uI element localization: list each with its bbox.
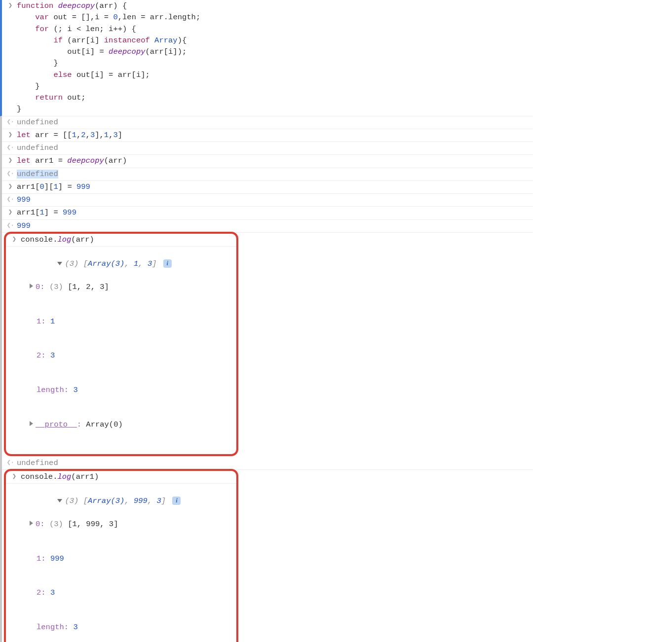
output-marker-icon — [6, 117, 15, 128]
array-proto-prop[interactable]: __proto__: Array(0) — [21, 419, 233, 430]
output-value: undefined — [17, 143, 530, 154]
console-input-row[interactable]: let arr = [[1,2,3],1,3] — [2, 129, 533, 142]
array-index-2: 2: 3 — [21, 350, 233, 361]
console-output-row: undefined — [2, 116, 533, 129]
console-output-row: undefined — [2, 142, 533, 155]
output-marker-icon — [6, 143, 15, 153]
input-marker-icon — [6, 130, 15, 141]
disclosure-triangle-right-icon[interactable] — [30, 521, 33, 526]
disclosure-triangle-down-icon[interactable] — [57, 499, 62, 502]
output-value: 999 — [17, 220, 530, 232]
output-marker-icon — [6, 220, 15, 231]
array-index-2: 2: 3 — [21, 587, 233, 599]
code-input: arr1[1] = 999 — [17, 207, 530, 218]
console-output-row: 999 — [2, 194, 533, 207]
output-marker-icon — [6, 169, 15, 179]
code-input: console.log(arr1) — [21, 471, 233, 483]
array-length-prop: length: 3 — [21, 385, 233, 396]
array-summary: [Array(3), 1, 3] — [83, 259, 157, 268]
code-input: console.log(arr) — [21, 234, 233, 246]
array-index-1: 1: 999 — [21, 553, 233, 565]
annotation-highlight-box: console.log(arr1) (3) [Array(3), 999, 3]… — [4, 469, 238, 642]
disclosure-triangle-right-icon[interactable] — [30, 421, 33, 426]
info-icon[interactable]: i — [172, 497, 181, 505]
output-value: undefined — [17, 169, 530, 180]
output-value: undefined — [17, 117, 530, 128]
disclosure-triangle-right-icon[interactable] — [30, 284, 33, 288]
output-value: undefined — [17, 458, 530, 469]
devtools-console[interactable]: function deepcopy(arr) { var out = [],i … — [0, 0, 533, 642]
console-output-row: 999 — [2, 220, 533, 233]
code-input: function deepcopy(arr) { var out = [],i … — [17, 0, 530, 115]
array-summary: [Array(3), 999, 3] — [83, 497, 166, 505]
console-input-row[interactable]: let arr1 = deepcopy(arr) — [2, 155, 533, 168]
input-marker-icon — [6, 155, 15, 166]
array-index-1: 1: 1 — [21, 316, 233, 327]
code-input: arr1[0][1] = 999 — [17, 181, 530, 193]
code-input: let arr1 = deepcopy(arr) — [17, 155, 530, 167]
array-index-0[interactable]: 0: (3) [1, 2, 3] — [21, 282, 233, 293]
array-length-summary: (3) — [65, 259, 78, 268]
output-marker-icon — [6, 458, 15, 468]
input-marker-icon — [10, 471, 19, 482]
array-index-0[interactable]: 0: (3) [1, 999, 3] — [21, 519, 233, 530]
annotation-highlight-box: console.log(arr) (3) [Array(3), 1, 3] i … — [4, 232, 238, 456]
console-input-row[interactable]: function deepcopy(arr) { var out = [],i … — [0, 0, 533, 116]
console-output-row: undefined — [2, 457, 533, 470]
console-input-row[interactable]: console.log(arr) — [6, 234, 236, 247]
array-length-summary: (3) — [65, 497, 78, 505]
input-marker-icon — [6, 207, 15, 218]
console-log-output: (3) [Array(3), 999, 3] i 0: (3) [1, 999,… — [6, 484, 236, 642]
object-preview[interactable]: (3) [Array(3), 999, 3] i 0: (3) [1, 999,… — [21, 484, 233, 642]
input-marker-icon — [6, 181, 15, 192]
console-input-row[interactable]: arr1[1] = 999 — [2, 207, 533, 219]
console-log-output: (3) [Array(3), 1, 3] i 0: (3) [1, 2, 3] … — [6, 247, 236, 454]
object-preview[interactable]: (3) [Array(3), 1, 3] i 0: (3) [1, 2, 3] … — [21, 247, 233, 454]
console-input-row[interactable]: console.log(arr1) — [6, 471, 236, 484]
output-value: 999 — [17, 194, 530, 206]
code-input: let arr = [[1,2,3],1,3] — [17, 130, 530, 141]
console-input-row[interactable]: arr1[0][1] = 999 — [2, 181, 533, 194]
input-marker-icon — [10, 234, 19, 245]
info-icon[interactable]: i — [163, 259, 172, 268]
array-length-prop: length: 3 — [21, 622, 233, 633]
disclosure-triangle-down-icon[interactable] — [57, 262, 62, 265]
console-output-row: undefined — [2, 168, 533, 181]
output-marker-icon — [6, 194, 15, 205]
input-marker-icon — [6, 0, 15, 11]
